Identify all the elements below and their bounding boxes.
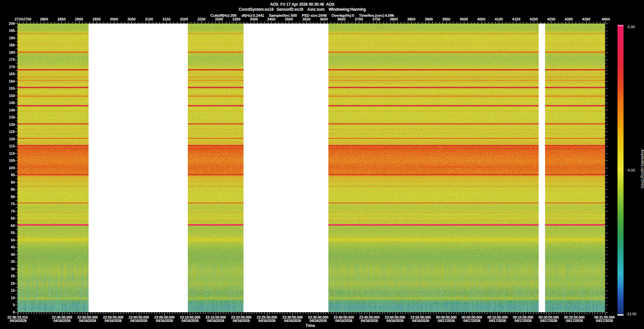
- svg-text:04/17/2026: 04/17/2026: [438, 319, 455, 323]
- svg-text:3400: 3400: [250, 17, 258, 21]
- svg-text:160: 160: [9, 79, 15, 83]
- svg-text:165: 165: [9, 72, 15, 76]
- svg-text:145: 145: [9, 101, 15, 105]
- svg-text:3100: 3100: [145, 17, 153, 21]
- svg-text:Time: Time: [306, 323, 315, 328]
- svg-text:170: 170: [9, 65, 15, 69]
- svg-text:60: 60: [11, 224, 15, 228]
- svg-text:65: 65: [11, 216, 15, 220]
- svg-text:2750: 2750: [23, 17, 31, 21]
- svg-text:3700: 3700: [355, 17, 363, 21]
- svg-text:04/16/2026: 04/16/2026: [156, 319, 173, 323]
- svg-text:140: 140: [9, 108, 15, 112]
- svg-text:3000: 3000: [110, 17, 118, 21]
- svg-text:04/17/2026: 04/17/2026: [540, 319, 557, 323]
- svg-text:3600: 3600: [320, 17, 328, 21]
- svg-text:04/16/2026: 04/16/2026: [386, 319, 404, 323]
- svg-text:04/17/2026: 04/17/2026: [596, 319, 613, 323]
- svg-text:4250: 4250: [547, 17, 555, 21]
- svg-text:40: 40: [11, 252, 15, 256]
- svg-text:15: 15: [11, 288, 15, 292]
- svg-text:04/16/2026: 04/16/2026: [412, 319, 429, 323]
- svg-text:0: 0: [13, 310, 15, 314]
- svg-text:-9.00: -9.00: [627, 168, 635, 172]
- svg-text:04/16/2026: 04/16/2026: [361, 319, 378, 323]
- svg-text:3950: 3950: [442, 17, 450, 21]
- svg-text:2950: 2950: [92, 17, 100, 21]
- svg-text:125: 125: [9, 130, 15, 134]
- svg-text:3050: 3050: [127, 17, 136, 21]
- svg-text:45: 45: [11, 245, 15, 249]
- svg-text:25: 25: [11, 274, 15, 278]
- svg-text:3350: 3350: [232, 17, 240, 21]
- svg-text:115: 115: [9, 144, 15, 148]
- svg-text:185: 185: [9, 43, 15, 47]
- svg-text:120: 120: [9, 137, 15, 141]
- svg-text:4350: 4350: [582, 17, 590, 21]
- svg-text:3800: 3800: [390, 17, 398, 21]
- svg-text:04/16/2026: 04/16/2026: [53, 319, 70, 323]
- svg-text:4100: 4100: [495, 17, 503, 21]
- svg-text:190: 190: [9, 36, 15, 40]
- svg-text:4050: 4050: [477, 17, 485, 21]
- svg-text:85: 85: [11, 187, 15, 191]
- svg-text:2724: 2724: [15, 17, 23, 21]
- svg-text:04/17/2026: 04/17/2026: [566, 319, 583, 323]
- svg-text:90: 90: [11, 180, 15, 184]
- svg-text:04/16/2026: 04/16/2026: [335, 319, 352, 323]
- svg-text:195: 195: [9, 29, 15, 33]
- svg-text:3550: 3550: [302, 17, 310, 21]
- svg-text:3750: 3750: [372, 17, 380, 21]
- svg-text:4300: 4300: [565, 17, 573, 21]
- svg-text:3650: 3650: [337, 17, 345, 21]
- svg-text:55: 55: [11, 231, 15, 235]
- svg-text:110: 110: [9, 151, 15, 155]
- svg-text:3250: 3250: [197, 17, 205, 21]
- svg-text:04/16/2026: 04/16/2026: [310, 319, 327, 323]
- svg-text:130: 130: [9, 123, 15, 127]
- svg-text:180: 180: [9, 50, 15, 54]
- svg-text:4000: 4000: [460, 17, 468, 21]
- svg-text:4200: 4200: [530, 17, 538, 21]
- svg-text:35: 35: [11, 260, 15, 264]
- svg-text:155: 155: [9, 86, 15, 90]
- svg-text:75: 75: [11, 202, 15, 206]
- svg-text:200: 200: [9, 21, 15, 26]
- svg-text:Amplitude(Log10(g^2/Hz)): Amplitude(Log10(g^2/Hz)): [641, 149, 644, 188]
- svg-text:04/17/2026: 04/17/2026: [489, 319, 506, 323]
- svg-text:20: 20: [11, 281, 15, 285]
- svg-text:50: 50: [11, 238, 15, 242]
- svg-text:3200: 3200: [180, 17, 188, 21]
- svg-text:2850: 2850: [57, 17, 65, 21]
- svg-text:10: 10: [11, 296, 15, 300]
- svg-text:3150: 3150: [162, 17, 170, 21]
- svg-text:04/16/2026: 04/16/2026: [105, 319, 122, 323]
- svg-text:3300: 3300: [215, 17, 223, 21]
- svg-text:105: 105: [9, 158, 15, 162]
- svg-text:04/16/2026: 04/16/2026: [207, 319, 224, 323]
- svg-text:04/16/2026: 04/16/2026: [233, 319, 250, 323]
- svg-text:04/16/2026: 04/16/2026: [284, 319, 301, 323]
- svg-text:CoordSystem:es18 SensorID:es: CoordSystem:es18 SensorID:es18 Axis:sum …: [238, 7, 366, 12]
- svg-text:-5.00: -5.00: [627, 25, 635, 29]
- svg-text:3900: 3900: [425, 17, 433, 21]
- svg-text:2900: 2900: [75, 17, 83, 21]
- svg-text:AOS Fri 17 Apr 2026 00:30:46: AOS Fri 17 Apr 2026 00:30:46 AOS: [270, 2, 334, 7]
- svg-text:95: 95: [11, 173, 15, 177]
- svg-text:04/16/2026: 04/16/2026: [79, 319, 96, 323]
- svg-text:2800: 2800: [40, 17, 48, 21]
- svg-text:150: 150: [9, 94, 15, 98]
- svg-text:3450: 3450: [267, 17, 275, 21]
- svg-text:175: 175: [9, 57, 15, 61]
- svg-text:100: 100: [9, 166, 15, 170]
- svg-text:-13.00: -13.00: [626, 312, 636, 316]
- svg-text:4404: 4404: [602, 17, 610, 21]
- svg-text:04/16/2026: 04/16/2026: [130, 319, 147, 323]
- svg-text:04/16/2026: 04/16/2026: [9, 319, 26, 323]
- svg-text:04/17/2026: 04/17/2026: [463, 319, 480, 323]
- svg-text:80: 80: [11, 195, 15, 199]
- svg-text:04/17/2026: 04/17/2026: [515, 319, 532, 323]
- svg-text:3500: 3500: [285, 17, 293, 21]
- svg-text:3850: 3850: [407, 17, 415, 21]
- svg-text:04/16/2026: 04/16/2026: [181, 319, 199, 323]
